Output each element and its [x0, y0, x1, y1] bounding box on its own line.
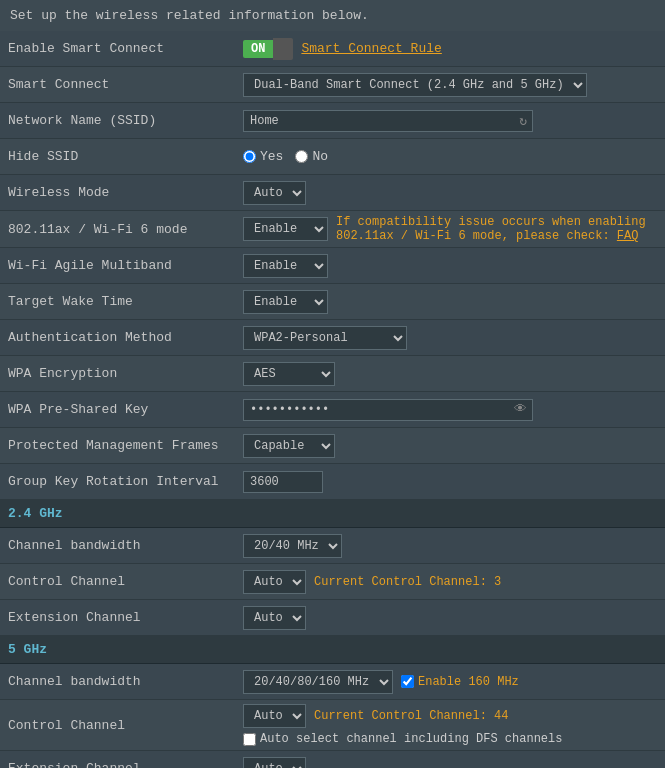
control-channel-24-label: Control Channel [8, 574, 243, 589]
smart-connect-rule-link[interactable]: Smart Connect Rule [301, 41, 441, 56]
80211ax-row: 802.11ax / Wi-Fi 6 mode Enable Disable I… [0, 211, 665, 248]
extension-channel-24-select[interactable]: Auto [243, 606, 306, 630]
extension-channel-5-row: Extension Channel Auto [0, 751, 665, 768]
smart-connect-select[interactable]: Dual-Band Smart Connect (2.4 GHz and 5 G… [243, 73, 587, 97]
hide-ssid-row: Hide SSID Yes No [0, 139, 665, 175]
toggle-on-label: ON [243, 40, 273, 58]
control-channel-24-row: Control Channel Auto Current Control Cha… [0, 564, 665, 600]
dfs-checkbox[interactable] [243, 733, 256, 746]
channel-bw-24-label: Channel bandwidth [8, 538, 243, 553]
extension-channel-24-control: Auto [243, 606, 657, 630]
network-name-input[interactable] [243, 110, 533, 132]
hide-ssid-yes-label: Yes [260, 149, 283, 164]
channel-bw-24-row: Channel bandwidth 20/40 MHz 20 MHz [0, 528, 665, 564]
wpa-key-label: WPA Pre-Shared Key [8, 402, 243, 417]
hide-ssid-yes[interactable]: Yes [243, 149, 283, 164]
hide-ssid-label: Hide SSID [8, 149, 243, 164]
hide-ssid-no-label: No [312, 149, 328, 164]
control-channel-5-top: Auto Current Control Channel: 44 [243, 704, 508, 728]
section-5ghz-label: 5 GHz [8, 642, 47, 657]
section-24ghz-header: 2.4 GHz [0, 500, 665, 528]
channel-bw-5-row: Channel bandwidth 20/40/80/160 MHz Enabl… [0, 664, 665, 700]
80211ax-control: Enable Disable If compatibility issue oc… [243, 215, 657, 243]
dfs-checkbox-label[interactable]: Auto select channel including DFS channe… [243, 732, 562, 746]
control-channel-5-control: Auto Current Control Channel: 44 Auto se… [243, 704, 657, 746]
group-key-row: Group Key Rotation Interval [0, 464, 665, 500]
wireless-mode-row: Wireless Mode Auto [0, 175, 665, 211]
channel-bw-24-select[interactable]: 20/40 MHz 20 MHz [243, 534, 342, 558]
group-key-input[interactable] [243, 471, 323, 493]
sync-icon: ↻ [519, 113, 527, 129]
wireless-mode-label: Wireless Mode [8, 185, 243, 200]
control-channel-24-info: Current Control Channel: 3 [314, 575, 501, 589]
smart-connect-toggle[interactable]: ON [243, 38, 293, 60]
control-channel-24-select[interactable]: Auto [243, 570, 306, 594]
control-channel-5-info: Current Control Channel: 44 [314, 709, 508, 723]
channel-bw-5-control: 20/40/80/160 MHz Enable 160 MHz [243, 670, 657, 694]
wpa-encryption-control: AES TKIP+AES [243, 362, 657, 386]
protected-mgmt-select[interactable]: Capable Disable Required [243, 434, 335, 458]
extension-channel-24-label: Extension Channel [8, 610, 243, 625]
target-wake-time-select[interactable]: Enable Disable [243, 290, 328, 314]
wpa-key-input-wrapper: 👁 [243, 399, 533, 421]
smart-connect-control: Dual-Band Smart Connect (2.4 GHz and 5 G… [243, 73, 657, 97]
wpa-key-input[interactable] [243, 399, 533, 421]
protected-mgmt-label: Protected Management Frames [8, 438, 243, 453]
wireless-mode-select[interactable]: Auto [243, 181, 306, 205]
authentication-method-control: WPA2-Personal WPA3-Personal WPA2/WPA3-Pe… [243, 326, 657, 350]
authentication-method-row: Authentication Method WPA2-Personal WPA3… [0, 320, 665, 356]
dfs-checkbox-text: Auto select channel including DFS channe… [260, 732, 562, 746]
wpa-encryption-row: WPA Encryption AES TKIP+AES [0, 356, 665, 392]
extension-channel-24-row: Extension Channel Auto [0, 600, 665, 636]
enable-160mhz-checkbox[interactable] [401, 675, 414, 688]
protected-mgmt-control: Capable Disable Required [243, 434, 657, 458]
control-channel-5-select[interactable]: Auto [243, 704, 306, 728]
target-wake-time-label: Target Wake Time [8, 294, 243, 309]
smart-connect-label: Smart Connect [8, 77, 243, 92]
password-toggle-icon[interactable]: 👁 [514, 402, 527, 417]
protected-mgmt-row: Protected Management Frames Capable Disa… [0, 428, 665, 464]
toggle-off-part [273, 38, 293, 60]
control-channel-24-control: Auto Current Control Channel: 3 [243, 570, 657, 594]
enable-160mhz-checkbox-label[interactable]: Enable 160 MHz [401, 675, 519, 689]
group-key-label: Group Key Rotation Interval [8, 474, 243, 489]
extension-channel-5-control: Auto [243, 757, 657, 769]
wireless-mode-control: Auto [243, 181, 657, 205]
network-name-label: Network Name (SSID) [8, 113, 243, 128]
extension-channel-5-select[interactable]: Auto [243, 757, 306, 769]
wpa-encryption-label: WPA Encryption [8, 366, 243, 381]
control-channel-5-row: Control Channel Auto Current Control Cha… [0, 700, 665, 751]
target-wake-time-row: Target Wake Time Enable Disable [0, 284, 665, 320]
enable-smart-connect-row: Enable Smart Connect ON Smart Connect Ru… [0, 31, 665, 67]
80211ax-label: 802.11ax / Wi-Fi 6 mode [8, 222, 243, 237]
network-name-control: ↻ [243, 110, 657, 132]
hide-ssid-no[interactable]: No [295, 149, 328, 164]
section-24ghz-label: 2.4 GHz [8, 506, 63, 521]
extension-channel-5-label: Extension Channel [8, 761, 243, 768]
authentication-method-label: Authentication Method [8, 330, 243, 345]
faq-link[interactable]: FAQ [617, 229, 639, 243]
authentication-method-select[interactable]: WPA2-Personal WPA3-Personal WPA2/WPA3-Pe… [243, 326, 407, 350]
control-channel-5-label: Control Channel [8, 718, 243, 733]
wifi-agile-row: Wi-Fi Agile Multiband Enable Disable [0, 248, 665, 284]
channel-bw-5-select[interactable]: 20/40/80/160 MHz [243, 670, 393, 694]
80211ax-select[interactable]: Enable Disable [243, 217, 328, 241]
network-name-input-wrapper: ↻ [243, 110, 533, 132]
target-wake-time-control: Enable Disable [243, 290, 657, 314]
channel-bw-24-control: 20/40 MHz 20 MHz [243, 534, 657, 558]
wifi-agile-select[interactable]: Enable Disable [243, 254, 328, 278]
wifi-agile-control: Enable Disable [243, 254, 657, 278]
page-container: Set up the wireless related information … [0, 0, 665, 768]
group-key-control [243, 471, 657, 493]
network-name-row: Network Name (SSID) ↻ [0, 103, 665, 139]
wifi-agile-label: Wi-Fi Agile Multiband [8, 258, 243, 273]
enable-smart-connect-control: ON Smart Connect Rule [243, 38, 657, 60]
wpa-encryption-select[interactable]: AES TKIP+AES [243, 362, 335, 386]
smart-connect-row: Smart Connect Dual-Band Smart Connect (2… [0, 67, 665, 103]
hide-ssid-no-radio[interactable] [295, 150, 308, 163]
wpa-key-row: WPA Pre-Shared Key 👁 [0, 392, 665, 428]
80211ax-info: If compatibility issue occurs when enabl… [336, 215, 656, 243]
hide-ssid-radio-group: Yes No [243, 149, 328, 164]
enable-smart-connect-label: Enable Smart Connect [8, 41, 243, 56]
hide-ssid-yes-radio[interactable] [243, 150, 256, 163]
